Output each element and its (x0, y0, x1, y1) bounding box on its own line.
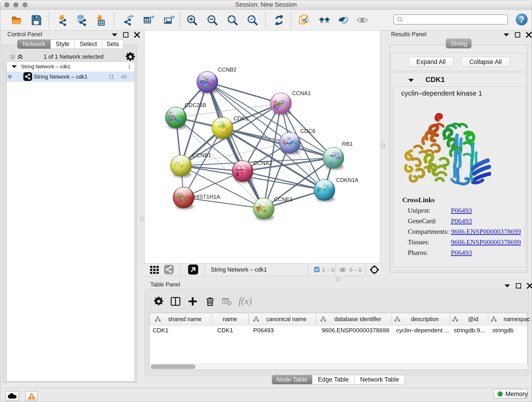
svg-text:CCNE1: CCNE1 (274, 196, 293, 202)
svg-text:CCNB2: CCNB2 (218, 66, 236, 73)
svg-text:CCNA2: CCNA2 (253, 160, 272, 166)
svg-text:CDC6: CDC6 (300, 128, 315, 134)
svg-text:CCNA1: CCNA1 (292, 90, 311, 96)
svg-text:HIST1H1A: HIST1H1A (194, 194, 220, 200)
svg-text:CCNB1: CCNB1 (192, 152, 211, 158)
svg-text:?: ? (519, 15, 524, 24)
svg-text:CDKN1A: CDKN1A (336, 177, 358, 183)
svg-text:CDK1: CDK1 (234, 115, 248, 121)
svg-text:RB1: RB1 (342, 141, 353, 147)
svg-text:CDC25B: CDC25B (185, 102, 206, 108)
